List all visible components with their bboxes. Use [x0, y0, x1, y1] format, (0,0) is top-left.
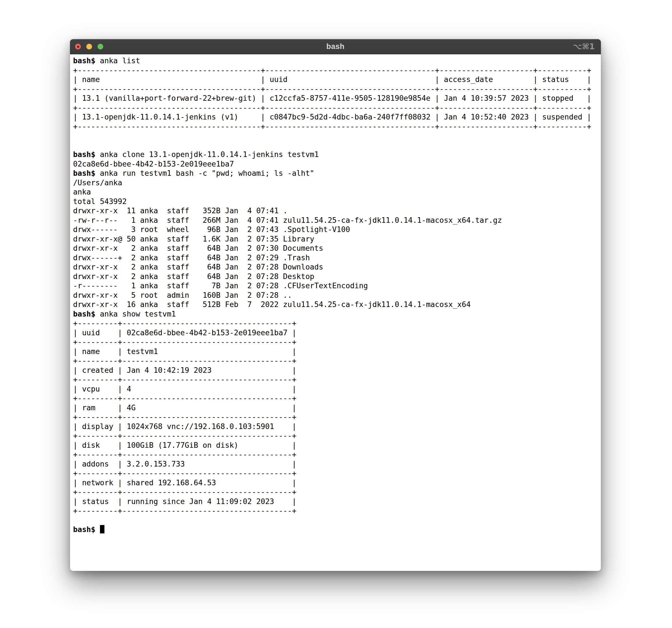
- terminal-line: | addons | 3.2.0.153.733 |: [73, 459, 601, 469]
- command-text: anka clone 13.1-openjdk-11.0.14.1-jenkin…: [100, 150, 319, 159]
- terminal-line: +---------+-----------------------------…: [73, 469, 601, 478]
- terminal-line: +---------+-----------------------------…: [73, 506, 601, 516]
- shell-prompt: bash$: [73, 56, 95, 65]
- terminal-line: 02ca8e6d-bbee-4b42-b153-2e019eee1ba7: [73, 159, 601, 169]
- terminal-line: | network | shared 192.168.64.53 |: [73, 478, 601, 487]
- window-shortcut-badge: ⌥⌘1: [573, 39, 595, 54]
- terminal-line: -r-------- 1 anka staff 7B Jan 2 07:28 .…: [73, 281, 601, 291]
- terminal-line: anka: [73, 187, 601, 197]
- zoom-button[interactable]: [97, 44, 103, 50]
- terminal-line: | created | Jan 4 10:42:19 2023 |: [73, 366, 601, 375]
- terminal-body[interactable]: bash$ anka list+------------------------…: [70, 54, 601, 534]
- terminal-line: +---------+-----------------------------…: [73, 319, 601, 328]
- terminal-line: +---------+-----------------------------…: [73, 337, 601, 347]
- terminal-cursor: [100, 525, 104, 533]
- terminal-line: drwx------+ 2 anka staff 64B Jan 2 07:29…: [73, 253, 601, 262]
- terminal-line: | uuid | 02ca8e6d-bbee-4b42-b153-2e019ee…: [73, 328, 601, 337]
- terminal-line: -rw-r--r-- 1 anka staff 266M Jan 4 07:41…: [73, 216, 601, 225]
- terminal-line: | status | running since Jan 4 11:09:02 …: [73, 497, 601, 506]
- terminal-line: +---------------------------------------…: [73, 122, 601, 131]
- terminal-line: bash$ anka show testvm1: [73, 309, 601, 319]
- terminal-line: | 13.1 (vanilla+port-forward-22+brew-git…: [73, 94, 601, 103]
- terminal-line: [73, 141, 601, 150]
- terminal-line: | ram | 4G |: [73, 403, 601, 412]
- terminal-line: drwxr-xr-x 2 anka staff 64B Jan 2 07:28 …: [73, 272, 601, 281]
- terminal-line: drwxr-xr-x 16 anka staff 512B Feb 7 2022…: [73, 300, 601, 309]
- shell-prompt: bash$: [73, 525, 95, 534]
- shell-prompt: bash$: [73, 150, 95, 159]
- terminal-line: | name | uuid | access_date | status |: [73, 75, 601, 84]
- terminal-line: bash$ anka clone 13.1-openjdk-11.0.14.1-…: [73, 150, 601, 159]
- close-button[interactable]: [75, 44, 81, 50]
- terminal-line: | vcpu | 4 |: [73, 384, 601, 394]
- close-dot-icon: [77, 45, 79, 48]
- terminal-line: bash$ anka run testvm1 bash -c "pwd; who…: [73, 169, 601, 178]
- terminal-line: +---------+-----------------------------…: [73, 431, 601, 441]
- terminal-line: +---------------------------------------…: [73, 66, 601, 75]
- terminal-line: bash$: [73, 525, 601, 534]
- shell-prompt: bash$: [73, 309, 95, 318]
- minimize-button[interactable]: [86, 44, 92, 50]
- desktop-background: bash ⌥⌘1 bash$ anka list+---------------…: [0, 0, 672, 628]
- terminal-line: | name | testvm1 |: [73, 347, 601, 356]
- terminal-line: +---------+-----------------------------…: [73, 375, 601, 384]
- terminal-line: total 543992: [73, 197, 601, 206]
- terminal-line: drwx------ 3 root wheel 96B Jan 2 07:43 …: [73, 225, 601, 234]
- terminal-line: drwxr-xr-x 5 root admin 160B Jan 2 07:28…: [73, 291, 601, 300]
- window-titlebar[interactable]: bash ⌥⌘1: [70, 39, 601, 54]
- terminal-line: +---------+-----------------------------…: [73, 356, 601, 366]
- terminal-line: +---------+-----------------------------…: [73, 487, 601, 497]
- terminal-line: bash$ anka list: [73, 56, 601, 66]
- shell-prompt: bash$: [73, 169, 95, 177]
- terminal-line: +---------+-----------------------------…: [73, 412, 601, 422]
- terminal-line: drwxr-xr-x 2 anka staff 64B Jan 2 07:28 …: [73, 262, 601, 272]
- terminal-line: drwxr-xr-x 2 anka staff 64B Jan 2 07:30 …: [73, 244, 601, 253]
- command-text: anka run testvm1 bash -c "pwd; whoami; l…: [100, 169, 314, 177]
- command-text: anka show testvm1: [100, 309, 176, 318]
- terminal-window: bash ⌥⌘1 bash$ anka list+---------------…: [70, 39, 601, 571]
- terminal-line: +---------+-----------------------------…: [73, 394, 601, 403]
- terminal-line: | display | 1024x768 vnc://192.168.0.103…: [73, 422, 601, 431]
- terminal-line: | 13.1-openjdk-11.0.14.1-jenkins (v1) | …: [73, 112, 601, 122]
- terminal-line: drwxr-xr-x@ 50 anka staff 1.6K Jan 2 07:…: [73, 234, 601, 244]
- terminal-line: /Users/anka: [73, 178, 601, 187]
- terminal-line: [73, 516, 601, 525]
- terminal-line: +---------------------------------------…: [73, 103, 601, 112]
- window-title: bash: [326, 42, 344, 51]
- terminal-line: [73, 131, 601, 141]
- traffic-light-group: [75, 39, 103, 54]
- command-text: anka list: [100, 56, 140, 65]
- terminal-line: drwxr-xr-x 11 anka staff 352B Jan 4 07:4…: [73, 206, 601, 216]
- terminal-line: +---------+-----------------------------…: [73, 450, 601, 459]
- terminal-line: +---------------------------------------…: [73, 84, 601, 94]
- terminal-line: | disk | 100GiB (17.77GiB on disk) |: [73, 441, 601, 450]
